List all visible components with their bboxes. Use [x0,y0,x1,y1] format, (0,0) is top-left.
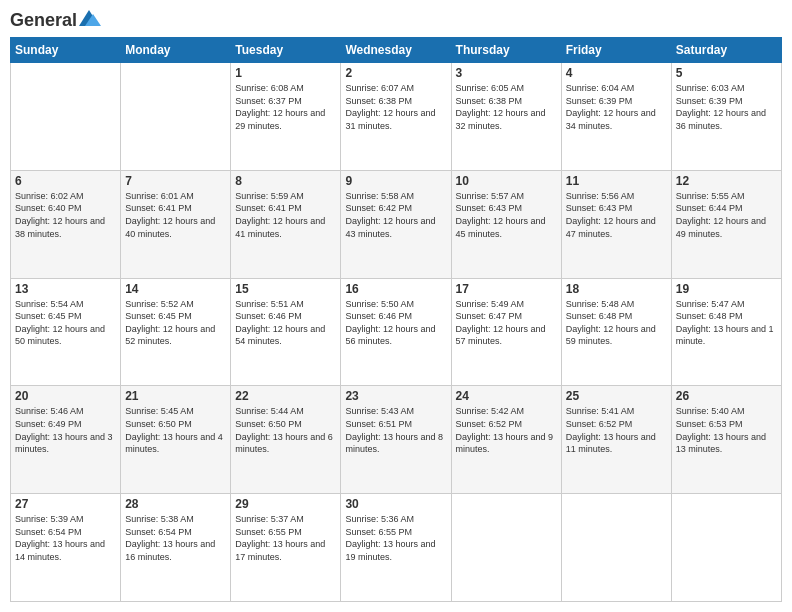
day-number: 6 [15,174,116,188]
cell-info: Sunrise: 6:03 AMSunset: 6:39 PMDaylight:… [676,82,777,132]
calendar-cell: 4Sunrise: 6:04 AMSunset: 6:39 PMDaylight… [561,63,671,171]
calendar-cell: 15Sunrise: 5:51 AMSunset: 6:46 PMDayligh… [231,278,341,386]
weekday-header-tuesday: Tuesday [231,38,341,63]
cell-info: Sunrise: 5:46 AMSunset: 6:49 PMDaylight:… [15,405,116,455]
calendar-table: SundayMondayTuesdayWednesdayThursdayFrid… [10,37,782,602]
cell-info: Sunrise: 5:38 AMSunset: 6:54 PMDaylight:… [125,513,226,563]
day-number: 21 [125,389,226,403]
day-number: 2 [345,66,446,80]
day-number: 22 [235,389,336,403]
calendar-cell: 20Sunrise: 5:46 AMSunset: 6:49 PMDayligh… [11,386,121,494]
calendar-cell: 22Sunrise: 5:44 AMSunset: 6:50 PMDayligh… [231,386,341,494]
page: General SundayMondayTuesdayWednesdayThur… [0,0,792,612]
header: General [10,10,782,29]
calendar-cell: 9Sunrise: 5:58 AMSunset: 6:42 PMDaylight… [341,170,451,278]
calendar-cell: 25Sunrise: 5:41 AMSunset: 6:52 PMDayligh… [561,386,671,494]
cell-info: Sunrise: 5:58 AMSunset: 6:42 PMDaylight:… [345,190,446,240]
day-number: 16 [345,282,446,296]
calendar-header: SundayMondayTuesdayWednesdayThursdayFrid… [11,38,782,63]
cell-info: Sunrise: 5:49 AMSunset: 6:47 PMDaylight:… [456,298,557,348]
day-number: 27 [15,497,116,511]
calendar-cell [11,63,121,171]
day-number: 18 [566,282,667,296]
calendar-cell: 16Sunrise: 5:50 AMSunset: 6:46 PMDayligh… [341,278,451,386]
cell-info: Sunrise: 5:59 AMSunset: 6:41 PMDaylight:… [235,190,336,240]
day-number: 4 [566,66,667,80]
day-number: 24 [456,389,557,403]
calendar-week-0: 1Sunrise: 6:08 AMSunset: 6:37 PMDaylight… [11,63,782,171]
calendar-cell: 19Sunrise: 5:47 AMSunset: 6:48 PMDayligh… [671,278,781,386]
calendar-cell: 6Sunrise: 6:02 AMSunset: 6:40 PMDaylight… [11,170,121,278]
cell-info: Sunrise: 5:50 AMSunset: 6:46 PMDaylight:… [345,298,446,348]
weekday-header-saturday: Saturday [671,38,781,63]
cell-info: Sunrise: 5:57 AMSunset: 6:43 PMDaylight:… [456,190,557,240]
calendar-cell: 26Sunrise: 5:40 AMSunset: 6:53 PMDayligh… [671,386,781,494]
day-number: 23 [345,389,446,403]
day-number: 30 [345,497,446,511]
calendar-cell: 28Sunrise: 5:38 AMSunset: 6:54 PMDayligh… [121,494,231,602]
cell-info: Sunrise: 5:48 AMSunset: 6:48 PMDaylight:… [566,298,667,348]
cell-info: Sunrise: 5:41 AMSunset: 6:52 PMDaylight:… [566,405,667,455]
weekday-header-thursday: Thursday [451,38,561,63]
calendar-body: 1Sunrise: 6:08 AMSunset: 6:37 PMDaylight… [11,63,782,602]
calendar-week-3: 20Sunrise: 5:46 AMSunset: 6:49 PMDayligh… [11,386,782,494]
weekday-header-sunday: Sunday [11,38,121,63]
calendar-cell: 18Sunrise: 5:48 AMSunset: 6:48 PMDayligh… [561,278,671,386]
calendar-cell: 21Sunrise: 5:45 AMSunset: 6:50 PMDayligh… [121,386,231,494]
weekday-header-row: SundayMondayTuesdayWednesdayThursdayFrid… [11,38,782,63]
cell-info: Sunrise: 5:44 AMSunset: 6:50 PMDaylight:… [235,405,336,455]
day-number: 26 [676,389,777,403]
cell-info: Sunrise: 5:40 AMSunset: 6:53 PMDaylight:… [676,405,777,455]
calendar-cell: 14Sunrise: 5:52 AMSunset: 6:45 PMDayligh… [121,278,231,386]
day-number: 10 [456,174,557,188]
cell-info: Sunrise: 5:37 AMSunset: 6:55 PMDaylight:… [235,513,336,563]
calendar-cell: 24Sunrise: 5:42 AMSunset: 6:52 PMDayligh… [451,386,561,494]
cell-info: Sunrise: 5:51 AMSunset: 6:46 PMDaylight:… [235,298,336,348]
calendar-week-1: 6Sunrise: 6:02 AMSunset: 6:40 PMDaylight… [11,170,782,278]
calendar-cell: 27Sunrise: 5:39 AMSunset: 6:54 PMDayligh… [11,494,121,602]
calendar-cell [561,494,671,602]
weekday-header-monday: Monday [121,38,231,63]
day-number: 3 [456,66,557,80]
calendar-cell [121,63,231,171]
calendar-cell [671,494,781,602]
calendar-week-4: 27Sunrise: 5:39 AMSunset: 6:54 PMDayligh… [11,494,782,602]
weekday-header-wednesday: Wednesday [341,38,451,63]
cell-info: Sunrise: 5:39 AMSunset: 6:54 PMDaylight:… [15,513,116,563]
day-number: 5 [676,66,777,80]
day-number: 8 [235,174,336,188]
day-number: 14 [125,282,226,296]
calendar-cell: 13Sunrise: 5:54 AMSunset: 6:45 PMDayligh… [11,278,121,386]
day-number: 12 [676,174,777,188]
cell-info: Sunrise: 5:56 AMSunset: 6:43 PMDaylight:… [566,190,667,240]
calendar-week-2: 13Sunrise: 5:54 AMSunset: 6:45 PMDayligh… [11,278,782,386]
calendar-cell [451,494,561,602]
cell-info: Sunrise: 5:36 AMSunset: 6:55 PMDaylight:… [345,513,446,563]
calendar-cell: 10Sunrise: 5:57 AMSunset: 6:43 PMDayligh… [451,170,561,278]
day-number: 1 [235,66,336,80]
cell-info: Sunrise: 6:02 AMSunset: 6:40 PMDaylight:… [15,190,116,240]
day-number: 20 [15,389,116,403]
cell-info: Sunrise: 5:43 AMSunset: 6:51 PMDaylight:… [345,405,446,455]
calendar-cell: 23Sunrise: 5:43 AMSunset: 6:51 PMDayligh… [341,386,451,494]
cell-info: Sunrise: 6:07 AMSunset: 6:38 PMDaylight:… [345,82,446,132]
cell-info: Sunrise: 5:42 AMSunset: 6:52 PMDaylight:… [456,405,557,455]
cell-info: Sunrise: 6:05 AMSunset: 6:38 PMDaylight:… [456,82,557,132]
day-number: 13 [15,282,116,296]
logo: General [10,10,101,29]
calendar-cell: 7Sunrise: 6:01 AMSunset: 6:41 PMDaylight… [121,170,231,278]
calendar-cell: 11Sunrise: 5:56 AMSunset: 6:43 PMDayligh… [561,170,671,278]
calendar-cell: 12Sunrise: 5:55 AMSunset: 6:44 PMDayligh… [671,170,781,278]
day-number: 17 [456,282,557,296]
logo-icon [79,8,101,30]
day-number: 15 [235,282,336,296]
cell-info: Sunrise: 5:55 AMSunset: 6:44 PMDaylight:… [676,190,777,240]
cell-info: Sunrise: 5:52 AMSunset: 6:45 PMDaylight:… [125,298,226,348]
day-number: 7 [125,174,226,188]
cell-info: Sunrise: 5:45 AMSunset: 6:50 PMDaylight:… [125,405,226,455]
cell-info: Sunrise: 5:54 AMSunset: 6:45 PMDaylight:… [15,298,116,348]
logo-general: General [10,10,77,31]
calendar-cell: 2Sunrise: 6:07 AMSunset: 6:38 PMDaylight… [341,63,451,171]
weekday-header-friday: Friday [561,38,671,63]
cell-info: Sunrise: 6:08 AMSunset: 6:37 PMDaylight:… [235,82,336,132]
